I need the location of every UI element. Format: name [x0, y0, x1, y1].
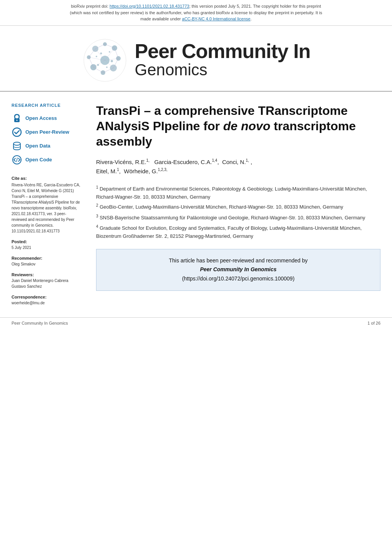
reviewers-section: Reviewers: Juan Daniel Montenegro Cabrer…	[12, 272, 81, 289]
license-link[interactable]: aCC-BY-NC 4.0 International license	[182, 17, 251, 21]
peer-review-line1: This article has been peer-reviewed and …	[106, 256, 371, 265]
svg-point-33	[13, 128, 21, 136]
svg-point-29	[96, 56, 97, 57]
svg-point-26	[111, 60, 113, 62]
banner-text: bioRxiv preprint doi: https://doi.org/10…	[70, 4, 322, 21]
pci-logo-icon	[82, 37, 128, 83]
footer: Peer Community In Genomics 1 of 26	[0, 317, 392, 328]
main-article: TransPi – a comprehensive TRanscriptome …	[88, 103, 380, 306]
affiliation-1: 1 Department of Earth and Environmental …	[96, 184, 380, 201]
cite-text: Rivera-Vicéns RE, Garcia-Escudero CA, Co…	[12, 182, 81, 228]
badge-open-access-label: Open Access	[25, 115, 57, 121]
footer-right: 1 of 26	[367, 321, 380, 325]
peer-review-line2: Peer Community In Genomics	[106, 265, 371, 274]
cite-section: Cite as: Rivera-Vicéns RE, Garcia-Escude…	[12, 176, 81, 234]
open-access-icon	[12, 113, 22, 124]
posted-label: Posted:	[12, 239, 81, 244]
doi-link[interactable]: https://doi.org/10.1101/2021.02.18.43177…	[110, 4, 189, 8]
correspondence-label: Correspondence:	[12, 295, 81, 299]
authors-line: Rivera-Vicéns, R.E.1, Garcia-Escudero, C…	[96, 158, 380, 176]
badge-open-data: Open Data	[12, 141, 81, 151]
cite-label: Cite as:	[12, 176, 81, 181]
badge-list: Open Access Open Peer-Review Open Data	[12, 113, 81, 165]
badge-open-peer-review: Open Peer-Review	[12, 127, 81, 138]
affiliation-4: 4 Graduate School for Evolution, Ecology…	[96, 224, 380, 241]
badge-open-data-label: Open Data	[25, 143, 50, 149]
badge-open-peer-review-label: Open Peer-Review	[25, 129, 69, 135]
logo-area: Peer Community In Genomics	[82, 37, 311, 83]
sidebar: RESEARCH ARTICLE Open Access Open	[12, 103, 88, 306]
open-data-icon	[12, 141, 22, 151]
correspondence-section: Correspondence: woerheide@lmu.de	[12, 295, 81, 306]
top-banner: bioRxiv preprint doi: https://doi.org/10…	[0, 0, 392, 26]
posted-value: 5 July 2021	[12, 245, 81, 250]
main-content: RESEARCH ARTICLE Open Access Open	[0, 91, 392, 317]
affiliations: 1 Department of Earth and Environmental …	[96, 184, 380, 241]
cite-doi: 10.1101/2021.02.18.431773	[12, 228, 81, 234]
peer-review-journal: Peer Community In Genomics	[200, 266, 276, 272]
svg-point-25	[109, 51, 110, 53]
affiliation-3: 3 SNSB-Bayerische Staatssammlung für Pal…	[96, 213, 380, 222]
logo-genomics-text: Genomics	[135, 61, 311, 79]
peer-review-line3: (https://doi.org/10.24072/pci.genomics.1…	[106, 274, 371, 284]
svg-point-32	[17, 119, 18, 121]
research-article-label: RESEARCH ARTICLE	[12, 103, 81, 108]
correspondence-value: woerheide@lmu.de	[12, 300, 81, 306]
logo-text: Peer Community In Genomics	[135, 41, 311, 79]
svg-line-17	[89, 49, 95, 57]
svg-point-28	[97, 64, 99, 66]
svg-line-36	[17, 158, 17, 162]
svg-point-24	[100, 52, 102, 54]
recommender-section: Recommender: Oleg Simakov	[12, 256, 81, 267]
reviewers-label: Reviewers:	[12, 272, 81, 277]
posted-section: Posted: 5 July 2021	[12, 239, 81, 250]
badge-open-access: Open Access	[12, 113, 81, 124]
svg-point-27	[106, 66, 108, 68]
badge-open-code: Open Code	[12, 154, 81, 165]
reviewers-value: Juan Daniel Montenegro CabreraGustavo Sa…	[12, 278, 81, 289]
svg-line-18	[95, 49, 105, 60]
footer-left: Peer Community In Genomics	[12, 321, 68, 325]
open-peer-review-icon	[12, 127, 22, 138]
article-title: TransPi – a comprehensive TRanscriptome …	[96, 103, 380, 149]
svg-line-19	[105, 48, 115, 60]
svg-point-34	[13, 142, 20, 145]
badge-open-code-label: Open Code	[25, 157, 52, 163]
affiliation-2: 2 GeoBio-Center, Ludwig-Maximilians-Univ…	[96, 202, 380, 211]
header: Peer Community In Genomics	[0, 26, 392, 91]
logo-peer-text: Peer Community In	[135, 41, 311, 61]
recommender-value: Oleg Simakov	[12, 261, 81, 267]
peer-review-box: This article has been peer-reviewed and …	[96, 249, 380, 291]
open-code-icon	[12, 154, 22, 165]
recommender-label: Recommender:	[12, 256, 81, 260]
title-italic: de novo	[223, 119, 271, 133]
